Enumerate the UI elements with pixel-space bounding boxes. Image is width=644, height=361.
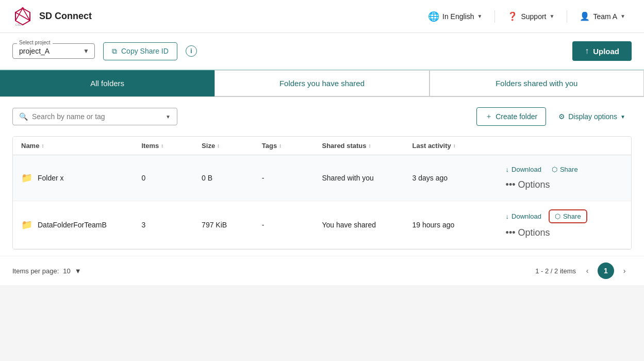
items-count: 3 [141,221,202,229]
logo-area: CSC SD Connect [12,6,422,27]
content: 🔍 ▼ ＋ Create folder ⚙ Display options ▼ … [0,97,644,256]
team-button[interactable]: 👤 Team A ▼ [573,8,632,24]
row-actions: ↓ Download ⬡ Share ••• Options [503,209,623,240]
support-chevron-icon: ▼ [549,13,554,19]
options-button[interactable]: ••• Options [503,177,553,192]
tab-all-folders[interactable]: All folders [0,70,214,96]
table-header: Name ↕ Items ↕ Size ↕ Tags ↕ Shared stat… [13,137,631,155]
share-icon: ⬡ [555,212,560,220]
language-chevron-icon: ▼ [477,13,483,19]
toolbar: Select project project_A ▼ ⧉ Copy Share … [0,33,644,70]
team-label: Team A [593,12,617,21]
actions-right: ＋ Create folder ⚙ Display options ▼ [476,107,632,126]
tabs: All folders Folders you have shared Fold… [0,70,644,97]
last-activity-value: 19 hours ago [412,221,503,229]
copy-share-id-button[interactable]: ⧉ Copy Share ID [103,42,177,60]
folder-name: DataFolderForTeamB [38,221,107,229]
language-button[interactable]: 🌐 In English ▼ [422,8,488,25]
display-options-chevron-icon: ▼ [620,114,625,120]
tags-value: - [262,174,322,182]
upload-button[interactable]: ↑ Upload [572,41,632,61]
size-value: 0 B [202,174,262,182]
tab-folders-shared-with-you[interactable]: Folders shared with you [430,70,644,96]
app-title: SD Connect [39,11,92,22]
prev-page-button[interactable]: ‹ [580,264,595,278]
create-folder-label: Create folder [496,112,537,121]
items-per-page-chevron-icon: ▼ [75,267,81,275]
team-chevron-icon: ▼ [620,13,625,19]
options-label: Options [518,227,550,238]
shared-status-value: You have shared [322,221,412,229]
folders-table: Name ↕ Items ↕ Size ↕ Tags ↕ Shared stat… [12,136,632,250]
download-button[interactable]: ↓ Download [503,163,544,175]
select-project[interactable]: Select project project_A ▼ [12,43,95,59]
shared-status-value: Shared with you [322,174,412,182]
share-button[interactable]: ⬡ Share [549,163,581,175]
col-actions [503,142,623,150]
col-items[interactable]: Items ↕ [141,142,202,150]
question-icon: ❓ [507,11,518,21]
col-name[interactable]: Name ↕ [21,142,141,150]
header: CSC SD Connect 🌐 In English ▼ ❓ Support … [0,0,644,33]
options-icon: ••• [506,227,516,238]
options-icon: ••• [506,179,516,190]
plus-icon: ＋ [485,112,492,121]
support-button[interactable]: ❓ Support ▼ [501,8,560,24]
search-icon: 🔍 [19,112,28,121]
current-page[interactable]: 1 [598,262,614,279]
col-size[interactable]: Size ↕ [202,142,262,150]
language-label: In English [442,12,474,21]
copy-icon: ⧉ [112,47,117,56]
options-label: Options [518,179,550,190]
items-per-page-label: Items per page: [12,267,59,275]
last-activity-sort-icon: ↕ [453,143,456,149]
table-row: 📁 DataFolderForTeamB 3 797 KiB - You hav… [13,201,631,249]
download-icon: ↓ [506,166,509,173]
row-actions: ↓ Download ⬡ Share ••• Options [503,163,623,192]
header-divider-2 [567,10,567,23]
display-options-button[interactable]: ⚙ Display options ▼ [552,108,632,125]
select-project-label: Select project [17,40,53,45]
support-label: Support [521,12,546,21]
page-nav: ‹ 1 › [580,262,632,279]
page-info: 1 - 2 / 2 items ‹ 1 › [535,262,632,279]
folder-name-cell: 📁 Folder x [21,172,141,184]
filter-icon: ⚙ [558,112,565,121]
upload-label: Upload [593,47,619,56]
page-range: 1 - 2 / 2 items [535,267,576,275]
upload-icon: ↑ [585,46,589,56]
folder-name-cell: 📁 DataFolderForTeamB [21,219,141,231]
row-actions-bottom: ••• Options [503,177,623,192]
options-button[interactable]: ••• Options [503,225,553,240]
download-icon: ↓ [506,212,509,220]
last-activity-value: 3 days ago [412,174,503,182]
next-page-button[interactable]: › [617,264,632,278]
download-label: Download [511,212,541,220]
shared-status-sort-icon: ↕ [368,143,371,149]
pagination: Items per page: 10 ▼ 1 - 2 / 2 items ‹ 1… [0,256,644,285]
search-box[interactable]: 🔍 ▼ [12,108,177,125]
svg-text:CSC: CSC [15,23,22,26]
col-shared-status[interactable]: Shared status ↕ [322,142,412,150]
share-label: Share [563,212,581,220]
col-tags[interactable]: Tags ↕ [262,142,322,150]
create-folder-button[interactable]: ＋ Create folder [476,107,546,126]
row-actions-bottom: ••• Options [503,225,623,240]
header-right: 🌐 In English ▼ ❓ Support ▼ 👤 Team A ▼ [422,8,632,25]
header-divider [494,10,495,23]
col-last-activity[interactable]: Last activity ↕ [412,142,503,150]
table-row: 📁 Folder x 0 0 B - Shared with you 3 day… [13,155,631,201]
folder-name: Folder x [38,174,64,182]
info-icon[interactable]: i [186,45,197,57]
search-input[interactable] [32,112,161,121]
tab-folders-shared-by-you[interactable]: Folders you have shared [214,70,429,96]
size-sort-icon: ↕ [217,143,220,149]
row-actions-top: ↓ Download ⬡ Share [503,163,623,175]
share-button-highlighted[interactable]: ⬡ Share [549,209,587,223]
download-button[interactable]: ↓ Download [503,210,544,222]
globe-icon: 🌐 [428,11,439,22]
search-actions-bar: 🔍 ▼ ＋ Create folder ⚙ Display options ▼ [12,107,632,126]
search-dropdown-icon: ▼ [166,114,171,120]
name-sort-icon: ↕ [41,143,44,149]
items-per-page[interactable]: Items per page: 10 ▼ [12,267,81,275]
